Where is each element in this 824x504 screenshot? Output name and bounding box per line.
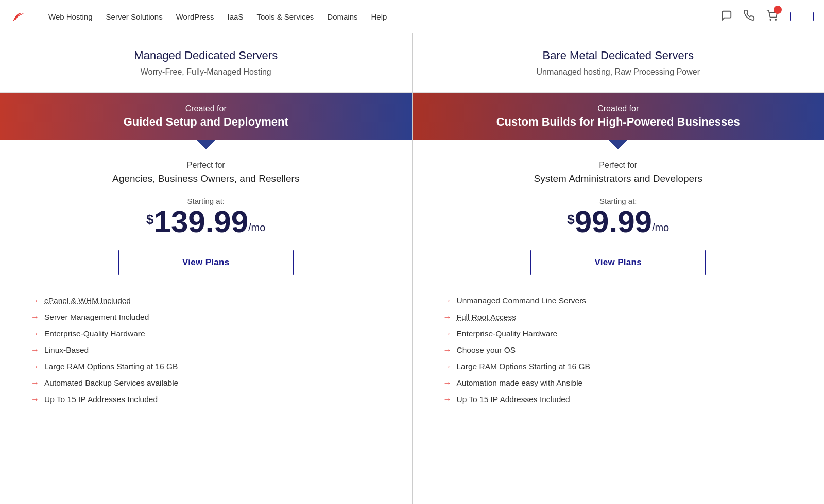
logo-swoosh-icon [10,9,25,24]
nav-link-server-solutions[interactable]: Server Solutions [101,8,168,25]
panel-features-managed: →cPanel & WHM Included→Server Management… [0,286,412,425]
arrow-icon: → [443,329,452,338]
feature-text: Automation made easy with Ansible [457,378,583,388]
feature-text: Large RAM Options Starting at 16 GB [457,362,590,371]
price-amount-managed: 139.99 [154,206,249,237]
banner-main-managed: Guided Setup and Deployment [15,115,397,129]
perfect-audience-bare-metal: System Administrators and Developers [433,173,804,184]
feature-text: Automated Backup Services available [44,378,178,388]
feature-text: Choose your OS [457,345,516,355]
panel-pricing-bare-metal: Perfect for System Administrators and De… [413,140,825,286]
feature-text: Large RAM Options Starting at 16 GB [44,362,178,371]
svg-point-1 [775,19,776,20]
list-item: →Linux-Based [31,345,381,355]
arrow-icon: → [443,378,452,388]
arrow-icon: → [443,362,452,371]
cart-icon-button[interactable] [764,8,780,26]
banner-arrow-managed [197,140,215,149]
nav-link-web-hosting[interactable]: Web Hosting [43,8,98,25]
arrow-icon: → [31,345,39,355]
panel-subtitle-bare-metal: Unmanaged hosting, Raw Processing Power [433,67,804,77]
banner-created-managed: Created for [15,104,397,113]
phone-icon [744,10,755,21]
price-dollar-managed: $ [146,212,153,228]
arrow-icon: → [31,362,39,371]
feature-text: Unmanaged Command Line Servers [457,296,587,305]
chat-icon-button[interactable] [719,8,734,26]
arrow-icon: → [31,312,39,322]
panel-subtitle-managed: Worry-Free, Fully-Managed Hosting [21,67,391,77]
view-plans-button-bare-metal[interactable]: View Plans [530,250,706,275]
feature-text: Up To 15 IP Addresses Included [44,395,158,404]
banner-created-bare-metal: Created for [428,104,809,113]
panel-title-managed: Managed Dedicated Servers [21,49,391,62]
list-item: →Large RAM Options Starting at 16 GB [443,362,794,371]
list-item: →Enterprise-Quality Hardware [443,329,794,338]
login-button[interactable] [790,12,814,21]
feature-text: Full Root Access [457,312,516,322]
nav-link-help[interactable]: Help [366,8,392,25]
nav-icons [719,8,780,26]
list-item: →Server Management Included [31,312,381,322]
nav-link-tools-services[interactable]: Tools & Services [251,8,319,25]
perfect-for-managed: Perfect for [21,161,391,170]
phone-icon-button[interactable] [742,8,757,26]
price-mo-bare-metal: /mo [652,222,669,234]
feature-text: Up To 15 IP Addresses Included [457,395,570,404]
list-item: →Large RAM Options Starting at 16 GB [31,362,381,371]
list-item: →Choose your OS [443,345,794,355]
panel-pricing-managed: Perfect for Agencies, Business Owners, a… [0,140,412,286]
arrow-icon: → [31,296,39,305]
arrow-icon: → [31,329,39,338]
panel-title-bare-metal: Bare Metal Dedicated Servers [433,49,804,62]
perfect-audience-managed: Agencies, Business Owners, and Resellers [21,173,391,184]
price-row-managed: $ 139.99 /mo [21,206,391,237]
chat-icon [721,10,732,21]
cart-badge [774,6,782,14]
arrow-icon: → [31,378,39,388]
list-item: →Enterprise-Quality Hardware [31,329,381,338]
panel-bare-metal: Bare Metal Dedicated Servers Unmanaged h… [413,33,825,504]
panel-managed: Managed Dedicated Servers Worry-Free, Fu… [0,33,413,504]
banner-main-bare-metal: Custom Builds for High-Powered Businesse… [428,115,809,129]
list-item: →Unmanaged Command Line Servers [443,296,794,305]
list-item: →Up To 15 IP Addresses Included [31,395,381,404]
banner-arrow-bare-metal [609,140,627,149]
price-amount-bare-metal: 99.99 [575,206,652,237]
panel-banner-bare-metal: Created for Custom Builds for High-Power… [413,93,825,140]
panel-top-bare-metal: Bare Metal Dedicated Servers Unmanaged h… [413,33,825,93]
nav-link-wordpress[interactable]: WordPress [171,8,219,25]
nav-links: Web HostingServer SolutionsWordPressIaaS… [43,8,719,25]
perfect-for-bare-metal: Perfect for [433,161,804,170]
feature-text: Linux-Based [44,345,89,355]
list-item: →Automation made easy with Ansible [443,378,794,388]
feature-text: Enterprise-Quality Hardware [44,329,145,338]
panel-features-bare-metal: →Unmanaged Command Line Servers→Full Roo… [413,286,825,425]
arrow-icon: → [443,296,452,305]
panel-banner-managed: Created for Guided Setup and Deployment [0,93,412,140]
logo[interactable] [10,9,28,24]
feature-text: Enterprise-Quality Hardware [457,329,558,338]
arrow-icon: → [443,395,452,404]
panel-top-managed: Managed Dedicated Servers Worry-Free, Fu… [0,33,412,93]
nav-link-iaas[interactable]: IaaS [222,8,249,25]
arrow-icon: → [443,345,452,355]
main-content: Managed Dedicated Servers Worry-Free, Fu… [0,33,824,504]
price-mo-managed: /mo [248,222,265,234]
list-item: →Automated Backup Services available [31,378,381,388]
list-item: →Full Root Access [443,312,794,322]
arrow-icon: → [443,312,452,322]
nav-link-domains[interactable]: Domains [322,8,363,25]
feature-text: cPanel & WHM Included [44,296,131,305]
price-dollar-bare-metal: $ [567,212,574,228]
feature-text: Server Management Included [44,312,149,322]
list-item: →Up To 15 IP Addresses Included [443,395,794,404]
svg-point-0 [770,19,771,20]
list-item: →cPanel & WHM Included [31,296,381,305]
price-row-bare-metal: $ 99.99 /mo [433,206,804,237]
arrow-icon: → [31,395,39,404]
view-plans-button-managed[interactable]: View Plans [118,250,294,275]
navbar: Web HostingServer SolutionsWordPressIaaS… [0,0,824,33]
